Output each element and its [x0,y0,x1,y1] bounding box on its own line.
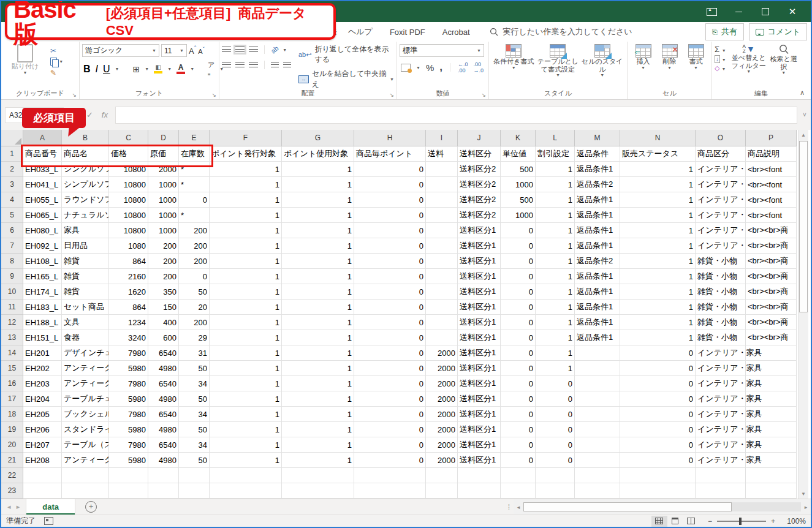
cell-B6[interactable]: 家具 [62,223,109,238]
cell-A10[interactable]: EH174_L [23,284,62,300]
cell-K20[interactable]: 0 [501,437,536,453]
cell-O12[interactable]: 雑貨・小物 [696,315,746,330]
cell-P4[interactable]: <br><font [746,192,797,208]
cell-O18[interactable]: インテリア・家具 [696,407,746,422]
cell-E10[interactable]: 50 [179,284,210,300]
cell-J12[interactable]: 送料区分1 [458,315,501,330]
cell-A21[interactable]: EH208 [23,453,62,468]
cell-I21[interactable]: 2000 [426,453,458,468]
cell-H9[interactable]: 0 [354,269,426,284]
cell-N3[interactable]: 1 [620,177,696,192]
row-header-17[interactable]: 17 [1,391,23,407]
cell-H23[interactable] [354,483,426,499]
cell-F5[interactable]: 1 [210,208,282,223]
cell-B14[interactable]: デザインチェ [62,345,109,361]
cell-J7[interactable]: 送料区分1 [458,238,501,254]
column-header-M[interactable]: M [575,130,620,146]
insert-function-icon[interactable]: fx [102,110,108,119]
cell-A6[interactable]: EH080_L [23,223,62,238]
cell-H2[interactable]: 0 [354,162,426,177]
cell-A18[interactable]: EH205 [23,407,62,422]
row-header-18[interactable]: 18 [1,407,23,422]
cell-D6[interactable]: 1000 [148,223,179,238]
cell-D17[interactable]: 4980 [148,391,179,407]
cell-M12[interactable]: 返品条件1 [575,315,620,330]
cell-C5[interactable]: 10800 [109,208,148,223]
fill-color-icon[interactable]: ◧ [154,64,162,74]
cell-A5[interactable]: EH065_L [23,208,62,223]
cell-E18[interactable]: 34 [179,407,210,422]
cell-D5[interactable]: 1000 [148,208,179,223]
cell-O5[interactable]: インテリア・ [696,208,746,223]
cell-L8[interactable]: 1 [536,254,575,269]
number-format-select[interactable]: 標準▼ [400,44,484,57]
cell-I7[interactable] [426,238,458,254]
cell-L11[interactable]: 1 [536,300,575,315]
cell-I11[interactable] [426,300,458,315]
cell-E23[interactable] [179,483,210,499]
cell-F19[interactable]: 1 [210,422,282,437]
cell-L2[interactable]: 1 [536,162,575,177]
insert-cells-button[interactable]: ⇐ 挿入▼ [631,44,656,70]
column-header-J[interactable]: J [458,130,501,146]
cell-O9[interactable]: 雑貨・小物 [696,269,746,284]
cell-P5[interactable]: <br><font [746,208,797,223]
cell-F13[interactable]: 1 [210,330,282,345]
cell-N20[interactable]: 0 [620,437,696,453]
cell-I3[interactable] [426,177,458,192]
copy-icon[interactable]: ▼ [50,56,63,67]
cell-B3[interactable]: シンプルソフ [62,177,109,192]
cell-H17[interactable]: 0 [354,391,426,407]
cell-E2[interactable]: * [179,162,210,177]
cell-O13[interactable]: 雑貨・小物 [696,330,746,345]
cell-M6[interactable]: 返品条件1 [575,223,620,238]
cell-A2[interactable]: EH033_L [23,162,62,177]
cell-D22[interactable] [148,468,179,483]
cell-E6[interactable]: 200 [179,223,210,238]
cell-G22[interactable] [282,468,354,483]
cell-B15[interactable]: アンティーク [62,361,109,376]
cell-A4[interactable]: EH055_L [23,192,62,208]
cell-J22[interactable] [458,468,501,483]
cell-G3[interactable]: 1 [282,177,354,192]
cell-C19[interactable]: 5980 [109,422,148,437]
orientation-icon[interactable]: ab [270,44,280,55]
minimize-icon[interactable] [725,1,752,22]
cell-F3[interactable]: 1 [210,177,282,192]
cell-H6[interactable]: 0 [354,223,426,238]
cell-B4[interactable]: ラウンドソフ [62,192,109,208]
cell-P22[interactable] [746,468,797,483]
row-header-12[interactable]: 12 [1,315,23,330]
cell-C20[interactable]: 7980 [109,437,148,453]
formula-input[interactable] [115,107,797,124]
column-header-N[interactable]: N [620,130,696,146]
cell-A22[interactable] [23,468,62,483]
cell-K19[interactable]: 0 [501,422,536,437]
cell-G1[interactable]: ポイント使用対象 [282,146,354,162]
cell-G17[interactable]: 1 [282,391,354,407]
cell-F7[interactable]: 1 [210,238,282,254]
cell-K21[interactable]: 0 [501,453,536,468]
cell-B21[interactable]: アンティーク [62,453,109,468]
cell-M15[interactable] [575,361,620,376]
cell-L19[interactable]: 0 [536,422,575,437]
cell-O22[interactable] [696,468,746,483]
collapse-ribbon-icon[interactable]: ∧ [800,89,805,97]
cell-A7[interactable]: EH092_L [23,238,62,254]
format-cells-button[interactable]: 書式▼ [683,44,709,70]
cell-N14[interactable]: 0 [620,345,696,361]
cell-K11[interactable]: 0 [501,300,536,315]
cell-D20[interactable]: 6540 [148,437,179,453]
cell-N22[interactable] [620,468,696,483]
cell-G11[interactable]: 1 [282,300,354,315]
cell-E11[interactable]: 20 [179,300,210,315]
row-header-22[interactable]: 22 [1,468,23,483]
comments-button[interactable]: コメント [749,23,807,40]
row-header-4[interactable]: 4 [1,192,23,208]
cell-H10[interactable]: 0 [354,284,426,300]
paste-button[interactable]: 貼り付け▼ [4,44,47,78]
cell-C9[interactable]: 2160 [109,269,148,284]
zoom-out-icon[interactable]: − [708,517,712,526]
cell-H5[interactable]: 0 [354,208,426,223]
cell-C1[interactable]: 価格 [109,146,148,162]
